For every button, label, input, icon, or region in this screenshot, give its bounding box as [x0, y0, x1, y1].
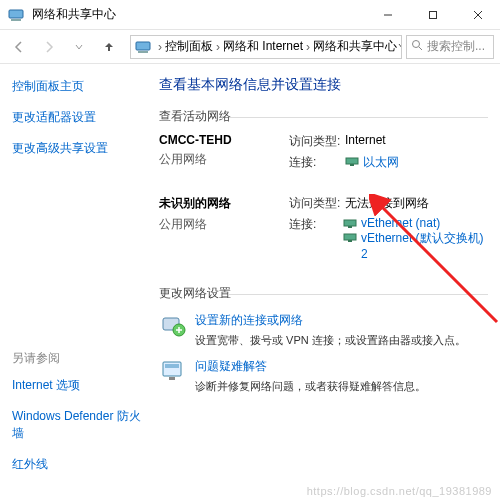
seealso-defender-firewall[interactable]: Windows Defender 防火墙	[12, 408, 143, 442]
ethernet-icon	[343, 232, 357, 242]
troubleshoot-icon	[159, 358, 187, 386]
network-block: 未识别的网络 公用网络 访问类型: 无法连接到网络 连接: vEthernet …	[159, 195, 488, 265]
svg-rect-20	[169, 377, 175, 380]
change-item-desc: 诊断并修复网络问题，或者获得疑难解答信息。	[195, 379, 426, 394]
seealso-infrared[interactable]: 红外线	[12, 456, 143, 473]
ethernet-icon	[343, 218, 357, 228]
network-block: CMCC-TEHD 公用网络 访问类型: Internet 连接: 以太网	[159, 133, 488, 175]
access-type-label: 访问类型:	[289, 133, 345, 150]
breadcrumb-icon	[135, 39, 151, 55]
svg-rect-12	[344, 220, 356, 226]
breadcrumb-item[interactable]: 控制面板	[165, 38, 213, 55]
svg-rect-7	[138, 51, 148, 53]
svg-rect-15	[348, 240, 352, 242]
close-button[interactable]	[455, 0, 500, 30]
chevron-right-icon: ›	[216, 40, 220, 54]
connection-label: 连接:	[289, 216, 343, 261]
svg-point-8	[413, 41, 420, 48]
window-titlebar: 网络和共享中心	[0, 0, 500, 30]
svg-rect-19	[165, 364, 179, 368]
network-type: 公用网络	[159, 216, 289, 233]
network-name: 未识别的网络	[159, 195, 289, 212]
svg-rect-14	[344, 234, 356, 240]
change-item-new-connection: 设置新的连接或网络 设置宽带、拨号或 VPN 连接；或设置路由器或接入点。	[159, 312, 488, 348]
search-icon	[411, 39, 423, 54]
search-placeholder: 搜索控制...	[427, 38, 485, 55]
sidebar-item-home[interactable]: 控制面板主页	[12, 78, 143, 95]
svg-rect-11	[350, 164, 354, 166]
back-button[interactable]	[6, 34, 32, 60]
chevron-down-icon[interactable]	[397, 40, 402, 54]
recent-dropdown[interactable]	[66, 34, 92, 60]
change-item-desc: 设置宽带、拨号或 VPN 连接；或设置路由器或接入点。	[195, 333, 466, 348]
change-item-troubleshoot: 问题疑难解答 诊断并修复网络问题，或者获得疑难解答信息。	[159, 358, 488, 394]
sidebar: 控制面板主页 更改适配器设置 更改高级共享设置 另请参阅 Internet 选项…	[0, 64, 155, 501]
svg-rect-6	[136, 42, 150, 50]
window-controls	[365, 0, 500, 30]
sidebar-item-sharing[interactable]: 更改高级共享设置	[12, 140, 143, 157]
address-bar: › 控制面板 › 网络和 Internet › 网络和共享中心 搜索控制...	[0, 30, 500, 64]
main-panel: 查看基本网络信息并设置连接 查看活动网络 CMCC-TEHD 公用网络 访问类型…	[155, 64, 500, 501]
breadcrumb-item[interactable]: 网络和共享中心	[313, 38, 397, 55]
svg-line-9	[419, 47, 422, 50]
up-button[interactable]	[96, 34, 122, 60]
access-type-value: 无法连接到网络	[345, 195, 429, 212]
change-item-link[interactable]: 设置新的连接或网络	[195, 313, 303, 327]
window-title: 网络和共享中心	[32, 6, 365, 23]
change-item-link[interactable]: 问题疑难解答	[195, 359, 267, 373]
connection-label: 连接:	[289, 154, 345, 171]
ethernet-icon	[345, 156, 359, 166]
app-icon	[8, 7, 24, 23]
svg-rect-3	[429, 11, 436, 18]
svg-rect-1	[11, 19, 21, 21]
connection-link[interactable]: vEthernet (默认交换机) 2	[361, 230, 488, 261]
new-connection-icon	[159, 312, 187, 340]
search-input[interactable]: 搜索控制...	[406, 35, 494, 59]
content-body: 控制面板主页 更改适配器设置 更改高级共享设置 另请参阅 Internet 选项…	[0, 64, 500, 501]
network-name: CMCC-TEHD	[159, 133, 289, 147]
seealso-label: 另请参阅	[12, 350, 143, 367]
forward-button[interactable]	[36, 34, 62, 60]
breadcrumb[interactable]: › 控制面板 › 网络和 Internet › 网络和共享中心	[130, 35, 402, 59]
change-settings-label: 更改网络设置	[159, 285, 488, 302]
active-networks-label: 查看活动网络	[159, 108, 488, 125]
page-heading: 查看基本网络信息并设置连接	[159, 76, 488, 94]
chevron-right-icon: ›	[158, 40, 162, 54]
network-type: 公用网络	[159, 151, 289, 168]
maximize-button[interactable]	[410, 0, 455, 30]
access-type-value: Internet	[345, 133, 386, 150]
seealso-internet-options[interactable]: Internet 选项	[12, 377, 143, 394]
breadcrumb-item[interactable]: 网络和 Internet	[223, 38, 303, 55]
svg-rect-13	[348, 226, 352, 228]
svg-rect-0	[9, 10, 23, 18]
connection-link[interactable]: vEthernet (nat)	[361, 216, 440, 230]
connection-link[interactable]: 以太网	[363, 154, 399, 171]
access-type-label: 访问类型:	[289, 195, 345, 212]
chevron-right-icon: ›	[306, 40, 310, 54]
watermark: https://blog.csdn.net/qq_19381989	[307, 485, 492, 497]
svg-rect-10	[346, 158, 358, 164]
sidebar-item-adapter[interactable]: 更改适配器设置	[12, 109, 143, 126]
minimize-button[interactable]	[365, 0, 410, 30]
